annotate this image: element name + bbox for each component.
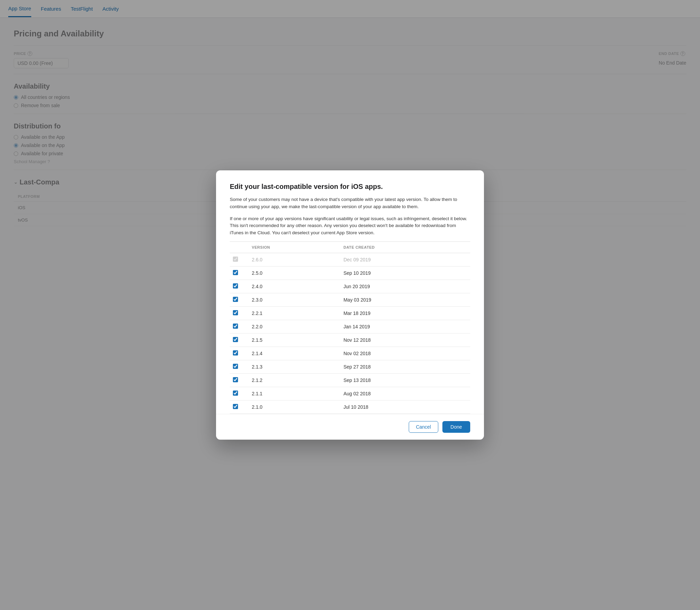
modal-description-2: If one or more of your app versions have… bbox=[230, 215, 470, 237]
modal-title: Edit your last-compatible version for iO… bbox=[230, 183, 470, 191]
modal-overlay: Edit your last-compatible version for iO… bbox=[0, 0, 700, 237]
modal-body: Edit your last-compatible version for iO… bbox=[216, 170, 484, 237]
modal-description-1: Some of your customers may not have a de… bbox=[230, 196, 470, 211]
modal-dialog: Edit your last-compatible version for iO… bbox=[216, 170, 484, 237]
